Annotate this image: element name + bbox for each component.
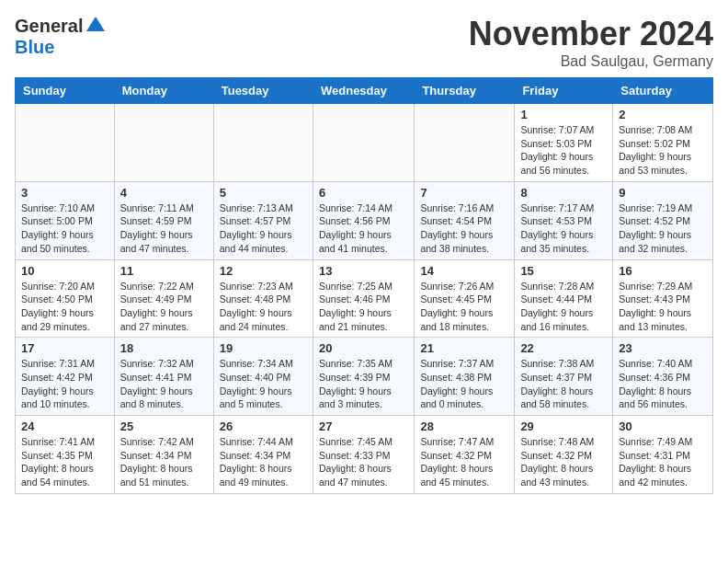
table-row: 21Sunrise: 7:37 AMSunset: 4:38 PMDayligh… (415, 338, 515, 416)
day-number: 17 (21, 341, 108, 355)
title-section: November 2024 Bad Saulgau, Germany (469, 15, 713, 70)
day-info: Sunrise: 7:13 AMSunset: 4:57 PMDaylight:… (220, 201, 307, 256)
header-thursday: Thursday (415, 78, 515, 104)
table-row: 15Sunrise: 7:28 AMSunset: 4:44 PMDayligh… (515, 259, 613, 338)
week-row-3: 10Sunrise: 7:20 AMSunset: 4:50 PMDayligh… (16, 259, 713, 338)
table-row: 7Sunrise: 7:16 AMSunset: 4:54 PMDaylight… (415, 181, 515, 259)
table-row (213, 104, 313, 182)
svg-marker-0 (86, 17, 105, 31)
calendar-table: Sunday Monday Tuesday Wednesday Thursday… (15, 77, 713, 494)
day-info: Sunrise: 7:14 AMSunset: 4:56 PMDaylight:… (319, 201, 408, 256)
day-info: Sunrise: 7:23 AMSunset: 4:48 PMDaylight:… (220, 280, 307, 334)
table-row (114, 104, 213, 182)
table-row: 5Sunrise: 7:13 AMSunset: 4:57 PMDaylight… (213, 181, 313, 259)
logo-blue-text: Blue (15, 37, 54, 58)
day-info: Sunrise: 7:08 AMSunset: 5:02 PMDaylight:… (619, 123, 707, 178)
page-header: General Blue November 2024 Bad Saulgau, … (15, 15, 713, 70)
day-info: Sunrise: 7:16 AMSunset: 4:54 PMDaylight:… (420, 201, 508, 256)
day-number: 30 (619, 419, 707, 433)
day-number: 19 (220, 341, 307, 355)
day-info: Sunrise: 7:41 AMSunset: 4:35 PMDaylight:… (21, 435, 108, 489)
calendar-header-row: Sunday Monday Tuesday Wednesday Thursday… (16, 78, 713, 104)
table-row: 10Sunrise: 7:20 AMSunset: 4:50 PMDayligh… (16, 259, 115, 338)
day-info: Sunrise: 7:42 AMSunset: 4:34 PMDaylight:… (120, 435, 208, 489)
logo-general-text: General (15, 16, 83, 37)
day-info: Sunrise: 7:38 AMSunset: 4:37 PMDaylight:… (520, 357, 607, 411)
day-info: Sunrise: 7:10 AMSunset: 5:00 PMDaylight:… (21, 201, 108, 256)
day-info: Sunrise: 7:28 AMSunset: 4:44 PMDaylight:… (520, 280, 607, 334)
table-row: 8Sunrise: 7:17 AMSunset: 4:53 PMDaylight… (515, 181, 613, 259)
day-number: 6 (319, 186, 408, 200)
day-number: 22 (520, 341, 607, 355)
day-number: 2 (619, 108, 707, 121)
header-monday: Monday (114, 78, 213, 104)
header-wednesday: Wednesday (313, 78, 414, 104)
table-row: 22Sunrise: 7:38 AMSunset: 4:37 PMDayligh… (515, 338, 613, 416)
day-number: 23 (619, 341, 707, 355)
day-number: 11 (120, 264, 208, 278)
header-friday: Friday (515, 78, 613, 104)
day-number: 5 (220, 186, 307, 200)
day-info: Sunrise: 7:49 AMSunset: 4:31 PMDaylight:… (619, 435, 707, 489)
table-row: 26Sunrise: 7:44 AMSunset: 4:34 PMDayligh… (213, 416, 313, 494)
table-row: 16Sunrise: 7:29 AMSunset: 4:43 PMDayligh… (613, 259, 713, 338)
table-row: 30Sunrise: 7:49 AMSunset: 4:31 PMDayligh… (613, 416, 713, 494)
header-saturday: Saturday (613, 78, 713, 104)
week-row-2: 3Sunrise: 7:10 AMSunset: 5:00 PMDaylight… (16, 181, 713, 259)
table-row: 6Sunrise: 7:14 AMSunset: 4:56 PMDaylight… (313, 181, 414, 259)
table-row: 1Sunrise: 7:07 AMSunset: 5:03 PMDaylight… (515, 104, 613, 182)
table-row: 19Sunrise: 7:34 AMSunset: 4:40 PMDayligh… (213, 338, 313, 416)
day-number: 10 (21, 264, 108, 278)
table-row: 9Sunrise: 7:19 AMSunset: 4:52 PMDaylight… (613, 181, 713, 259)
day-number: 12 (220, 264, 307, 278)
month-title: November 2024 (469, 15, 713, 53)
table-row (415, 104, 515, 182)
table-row: 14Sunrise: 7:26 AMSunset: 4:45 PMDayligh… (415, 259, 515, 338)
header-sunday: Sunday (16, 78, 115, 104)
day-info: Sunrise: 7:45 AMSunset: 4:33 PMDaylight:… (319, 435, 408, 489)
day-info: Sunrise: 7:48 AMSunset: 4:32 PMDaylight:… (520, 435, 607, 489)
day-number: 9 (619, 186, 707, 200)
day-info: Sunrise: 7:29 AMSunset: 4:43 PMDaylight:… (619, 280, 707, 334)
day-number: 18 (120, 341, 208, 355)
day-info: Sunrise: 7:37 AMSunset: 4:38 PMDaylight:… (420, 357, 508, 411)
day-number: 14 (420, 264, 508, 278)
week-row-4: 17Sunrise: 7:31 AMSunset: 4:42 PMDayligh… (16, 338, 713, 416)
day-number: 13 (319, 264, 408, 278)
day-number: 8 (520, 186, 607, 200)
day-info: Sunrise: 7:07 AMSunset: 5:03 PMDaylight:… (520, 123, 607, 178)
table-row: 18Sunrise: 7:32 AMSunset: 4:41 PMDayligh… (114, 338, 213, 416)
day-number: 20 (319, 341, 408, 355)
day-info: Sunrise: 7:44 AMSunset: 4:34 PMDaylight:… (220, 435, 307, 489)
day-info: Sunrise: 7:26 AMSunset: 4:45 PMDaylight:… (420, 280, 508, 334)
table-row (16, 104, 115, 182)
day-info: Sunrise: 7:31 AMSunset: 4:42 PMDaylight:… (21, 357, 108, 411)
table-row: 20Sunrise: 7:35 AMSunset: 4:39 PMDayligh… (313, 338, 414, 416)
day-number: 15 (520, 264, 607, 278)
table-row: 17Sunrise: 7:31 AMSunset: 4:42 PMDayligh… (16, 338, 115, 416)
day-info: Sunrise: 7:22 AMSunset: 4:49 PMDaylight:… (120, 280, 208, 334)
table-row: 13Sunrise: 7:25 AMSunset: 4:46 PMDayligh… (313, 259, 414, 338)
day-info: Sunrise: 7:19 AMSunset: 4:52 PMDaylight:… (619, 201, 707, 256)
day-number: 21 (420, 341, 508, 355)
logo: General Blue (15, 15, 107, 58)
day-number: 1 (520, 108, 607, 121)
table-row: 12Sunrise: 7:23 AMSunset: 4:48 PMDayligh… (213, 259, 313, 338)
day-info: Sunrise: 7:11 AMSunset: 4:59 PMDaylight:… (120, 201, 208, 256)
day-number: 25 (120, 419, 208, 433)
day-info: Sunrise: 7:17 AMSunset: 4:53 PMDaylight:… (520, 201, 607, 256)
day-info: Sunrise: 7:20 AMSunset: 4:50 PMDaylight:… (21, 280, 108, 334)
table-row: 25Sunrise: 7:42 AMSunset: 4:34 PMDayligh… (114, 416, 213, 494)
header-tuesday: Tuesday (213, 78, 313, 104)
day-number: 7 (420, 186, 508, 200)
logo-icon (85, 15, 107, 37)
table-row: 29Sunrise: 7:48 AMSunset: 4:32 PMDayligh… (515, 416, 613, 494)
day-number: 4 (120, 186, 208, 200)
table-row: 23Sunrise: 7:40 AMSunset: 4:36 PMDayligh… (613, 338, 713, 416)
table-row: 2Sunrise: 7:08 AMSunset: 5:02 PMDaylight… (613, 104, 713, 182)
day-info: Sunrise: 7:35 AMSunset: 4:39 PMDaylight:… (319, 357, 408, 411)
table-row: 28Sunrise: 7:47 AMSunset: 4:32 PMDayligh… (415, 416, 515, 494)
day-info: Sunrise: 7:34 AMSunset: 4:40 PMDaylight:… (220, 357, 307, 411)
day-info: Sunrise: 7:32 AMSunset: 4:41 PMDaylight:… (120, 357, 208, 411)
day-number: 24 (21, 419, 108, 433)
